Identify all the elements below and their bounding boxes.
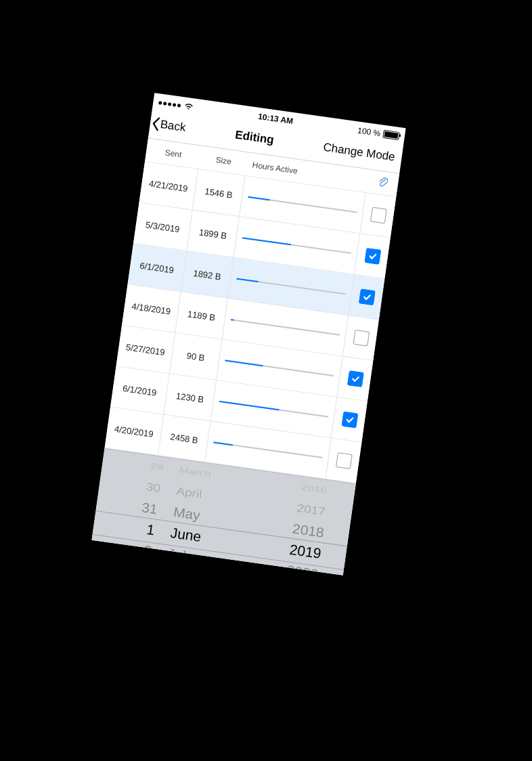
checkbox[interactable] [358, 288, 375, 305]
cell-checkbox[interactable] [349, 275, 384, 320]
col-header-attachment[interactable] [367, 175, 399, 192]
hours-slider[interactable] [242, 237, 352, 254]
signal-dots-icon [158, 101, 181, 108]
cell-size: 1230 B [164, 374, 217, 420]
picker-item[interactable]: 30 [145, 477, 162, 497]
picker-item[interactable]: 2018 [291, 518, 325, 542]
cell-checkbox[interactable] [337, 357, 373, 401]
cell-checkbox[interactable] [332, 397, 368, 442]
cell-checkbox[interactable] [326, 439, 361, 483]
cell-size: 1189 B [175, 292, 228, 339]
picker-item[interactable]: 2016 [301, 479, 328, 498]
picker-item[interactable]: 29 [150, 458, 164, 475]
paperclip-icon [376, 176, 389, 190]
cell-size: 1546 B [193, 169, 246, 216]
cell-size: 1892 B [181, 251, 234, 298]
cell-sent[interactable]: 5/27/2019 [116, 326, 176, 374]
picker-item[interactable]: March [179, 462, 213, 481]
hours-slider[interactable] [219, 401, 329, 418]
hours-slider[interactable] [236, 278, 346, 295]
checkbox[interactable] [353, 330, 370, 347]
checkbox[interactable] [364, 248, 381, 265]
checkbox[interactable] [347, 370, 363, 387]
table-body: 4/21/20191546 B5/3/20191899 B6/1/2019189… [104, 162, 396, 483]
cell-sent[interactable]: 6/1/2019 [110, 366, 170, 414]
picker-item[interactable]: 2 [142, 540, 153, 561]
picker-item[interactable]: May [172, 502, 201, 525]
cell-sent[interactable]: 4/18/2019 [122, 284, 181, 332]
picker-item[interactable]: April [175, 481, 203, 502]
checkbox[interactable] [335, 452, 352, 469]
hours-slider[interactable] [231, 319, 340, 336]
cell-checkbox[interactable] [360, 193, 396, 238]
hours-slider[interactable] [248, 196, 357, 213]
cell-size: 1899 B [187, 211, 240, 257]
battery-percent: 100 % [357, 126, 381, 139]
cell-size: 90 B [170, 333, 223, 380]
back-label: Back [159, 118, 186, 135]
picker-item[interactable]: August [164, 565, 206, 575]
picker-column-month[interactable]: MarchAprilMayJuneJulyAugustSeptember [155, 459, 275, 575]
picker-item[interactable]: 2017 [296, 498, 327, 520]
cell-sent[interactable]: 6/1/2019 [128, 244, 187, 292]
picker-item[interactable]: June [169, 521, 202, 546]
wifi-icon [183, 102, 194, 110]
col-header-sent[interactable]: Sent [146, 145, 200, 162]
hours-slider[interactable] [225, 360, 334, 376]
cell-sent[interactable]: 4/20/2019 [105, 408, 164, 456]
cell-sent[interactable]: 4/21/2019 [139, 162, 199, 210]
picker-item[interactable]: 3 [140, 561, 150, 575]
checkbox[interactable] [370, 206, 386, 223]
phone-frame: 10:13 AM 100 % Back Editing Change Mode … [91, 93, 405, 575]
cell-sent[interactable]: 5/3/2019 [133, 203, 193, 251]
back-button[interactable]: Back [150, 116, 186, 135]
cell-checkbox[interactable] [355, 234, 391, 278]
picker-item[interactable]: July [167, 543, 194, 566]
checkbox[interactable] [341, 412, 358, 429]
battery-icon [382, 130, 399, 140]
hours-slider[interactable] [213, 441, 323, 458]
picker-column-day[interactable]: 2930311234 [91, 449, 175, 575]
cell-checkbox[interactable] [343, 316, 379, 360]
status-bar-left [158, 99, 194, 110]
picker-item[interactable]: 31 [141, 497, 159, 519]
cell-size: 2458 B [158, 415, 211, 462]
picker-item[interactable]: 2019 [288, 538, 323, 563]
change-mode-button[interactable]: Change Mode [322, 141, 399, 165]
col-header-size[interactable]: Size [200, 153, 248, 169]
picker-item[interactable]: 1 [146, 518, 156, 540]
